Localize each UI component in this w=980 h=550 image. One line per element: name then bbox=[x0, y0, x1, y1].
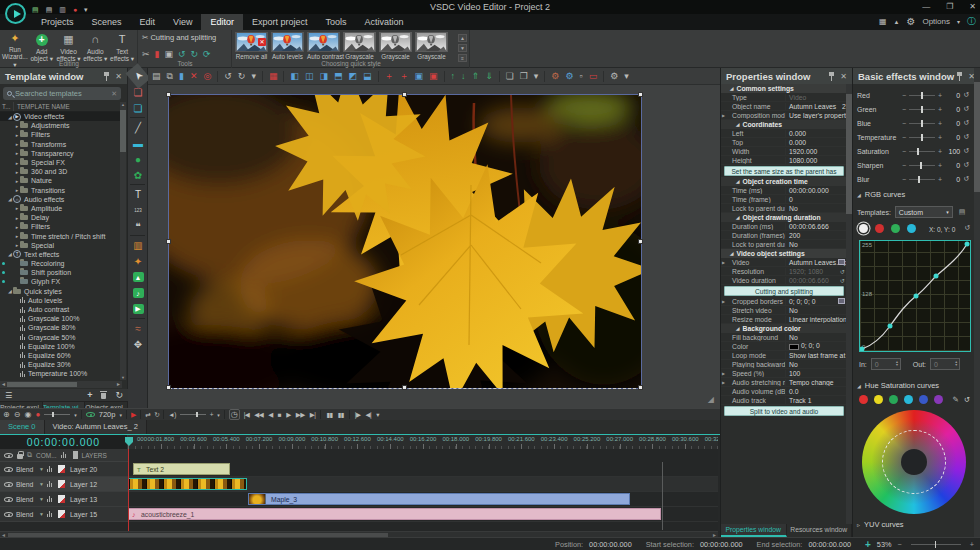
prop-value[interactable]: No bbox=[785, 241, 847, 248]
scroll-right-icon[interactable]: ► bbox=[116, 381, 121, 388]
hue-color-dot[interactable] bbox=[859, 395, 868, 404]
prop-row-width[interactable]: Width1920.000 bbox=[721, 147, 847, 156]
menu-item-scenes[interactable]: Scenes bbox=[83, 14, 131, 30]
slider-minus-icon[interactable]: − bbox=[902, 134, 906, 141]
hue-color-dot[interactable] bbox=[934, 395, 943, 404]
prop-section-object-creation-time[interactable]: ◢Object creation time bbox=[721, 177, 847, 186]
menu-item-activation[interactable]: Activation bbox=[355, 14, 412, 30]
tree-view-icon[interactable]: ☰ bbox=[5, 391, 12, 400]
selection-handle[interactable] bbox=[166, 92, 171, 97]
preview-canvas[interactable] bbox=[169, 95, 641, 388]
template-scrollbar-vertical[interactable]: ▲ ▼ bbox=[120, 102, 126, 380]
slider-minus-icon[interactable]: − bbox=[902, 120, 906, 127]
blend-dropdown-icon[interactable]: ▼ bbox=[39, 481, 44, 487]
set-start-button[interactable]: |▶ bbox=[355, 411, 361, 419]
tree-item-temperature-60[interactable]: Temperature 60% bbox=[0, 378, 121, 380]
jump-start-button[interactable]: |◀ bbox=[244, 411, 250, 419]
tree-item-text-effects[interactable]: ◢TText effects bbox=[0, 250, 121, 259]
prop-value[interactable]: Video bbox=[785, 94, 847, 101]
curve-channel-dot[interactable] bbox=[891, 224, 900, 233]
rgb-curves-section[interactable]: ◢RGB curves bbox=[857, 190, 905, 199]
redo-icon[interactable]: ↻ bbox=[238, 68, 246, 85]
hue-color-dot[interactable] bbox=[874, 395, 883, 404]
prop-row-time-frame[interactable]: Time (frame)0 bbox=[721, 195, 847, 204]
group-column-icon[interactable]: ⧉ bbox=[27, 451, 32, 459]
prop-value[interactable]: Show last frame at the er bbox=[785, 352, 847, 359]
tree-item-temperature-100[interactable]: Temperature 100% bbox=[0, 369, 121, 378]
slider-plus-icon[interactable]: + bbox=[938, 162, 942, 169]
slider-track-temperature[interactable] bbox=[909, 137, 935, 138]
zoom-menu-icon[interactable]: ▾ bbox=[74, 412, 77, 418]
play-cursor-button[interactable]: ▶ bbox=[286, 411, 291, 419]
rgb-curve-graph[interactable]: 255 128 0 bbox=[859, 240, 971, 352]
align-center-icon[interactable]: ◫ bbox=[305, 68, 314, 85]
template-search[interactable]: ✕ bbox=[3, 87, 121, 100]
prop-value[interactable]: 0.000 bbox=[785, 139, 847, 146]
prop-button-split-to-video-and-audio[interactable]: Split to video and audio bbox=[724, 406, 844, 416]
quick-style-remove-all-0[interactable]: ✕Remove all bbox=[235, 32, 268, 60]
snap-grid-icon[interactable]: ▦ bbox=[269, 68, 278, 85]
tree-item-auto-contrast[interactable]: Auto contrast bbox=[0, 305, 121, 314]
layer-color-swatch[interactable] bbox=[58, 495, 65, 503]
clip-maple-3[interactable]: Maple_3 bbox=[248, 493, 630, 505]
prop-row-audio-volume-db[interactable]: Audio volume (dB)0.0 bbox=[721, 387, 847, 396]
menu-item-view[interactable]: View bbox=[164, 14, 201, 30]
blend-mode-select[interactable]: Blend bbox=[16, 466, 36, 473]
slider-reset-icon[interactable]: ↺ bbox=[963, 91, 969, 99]
prop-row-resize-mode[interactable]: Resize modeLinear interpolation bbox=[721, 315, 847, 324]
visibility-icon[interactable] bbox=[4, 497, 13, 502]
tree-item-delay[interactable]: ▸Delay bbox=[0, 213, 121, 222]
selection-bounds-icon[interactable]: ▫ bbox=[580, 68, 583, 85]
prop-value[interactable]: 00:00:06.660 bbox=[785, 277, 847, 284]
prop-row-type[interactable]: TypeVideo bbox=[721, 93, 847, 102]
scene-settings-icon[interactable]: ⚙ bbox=[551, 68, 559, 85]
prop-section-coordinates[interactable]: ◢Coordinates bbox=[721, 120, 847, 129]
blend-mode-select[interactable]: Blend bbox=[16, 511, 36, 518]
movement-tool-icon[interactable]: ✥ bbox=[128, 336, 148, 352]
group-icon[interactable]: ❏ bbox=[506, 68, 514, 85]
pin-icon[interactable] bbox=[956, 72, 963, 81]
slider-reset-icon[interactable]: ↺ bbox=[963, 147, 969, 155]
curve-channel-dot[interactable] bbox=[907, 224, 916, 233]
slider-reset-icon[interactable]: ↺ bbox=[963, 133, 969, 141]
selection-handle[interactable] bbox=[402, 385, 407, 390]
tree-item-transitions[interactable]: ▸Transitions bbox=[0, 186, 121, 195]
delete-object-icon[interactable]: ✕ bbox=[190, 68, 198, 85]
prop-row-lock-to-parent-dura[interactable]: Lock to parent duraNo bbox=[721, 204, 847, 213]
slider-reset-icon[interactable]: ↺ bbox=[963, 175, 969, 183]
align-top-icon[interactable]: ⬒ bbox=[334, 68, 343, 85]
timeline-tab-video-autumn-leaves-2[interactable]: Video: Autumn Leaves_ 2 bbox=[45, 420, 147, 434]
clock-icon[interactable]: ◷ bbox=[229, 409, 240, 420]
prop-row-lock-to-parent-dura[interactable]: Lock to parent duraNo bbox=[721, 240, 847, 249]
slider-plus-icon[interactable]: + bbox=[938, 148, 942, 155]
tree-item-shift-position[interactable]: Shift position bbox=[0, 268, 121, 277]
prop-button-cutting-and-splitting[interactable]: Cutting and splitting bbox=[724, 286, 844, 296]
minimize-button[interactable]: — bbox=[922, 0, 930, 14]
clip-text-2[interactable]: Text 2 bbox=[133, 463, 230, 475]
counter-tool-icon[interactable]: 123 bbox=[128, 202, 148, 218]
prop-value[interactable]: Use layer's properties bbox=[785, 112, 847, 119]
blend-mode-select[interactable]: Blend bbox=[16, 481, 36, 488]
tree-item-special[interactable]: ▸Special bbox=[0, 241, 121, 250]
prop-value[interactable]: 100 bbox=[785, 370, 847, 377]
prop-row-duration-ms[interactable]: Duration (ms)00:00:06.666 bbox=[721, 222, 847, 231]
rewind-button[interactable]: ◀◀ bbox=[254, 411, 263, 419]
slider-plus-icon[interactable]: + bbox=[938, 120, 942, 127]
prop-row-video-duration[interactable]: Video duration00:00:06.660↺ bbox=[721, 276, 847, 285]
track-lane-layer-15[interactable]: acousticbreeze_1 bbox=[128, 507, 718, 522]
ellipse-tool-icon[interactable]: ● bbox=[128, 151, 148, 167]
visibility-icon[interactable] bbox=[4, 512, 13, 517]
close-button[interactable]: ✕ bbox=[969, 0, 976, 14]
timeline-zoom-slider[interactable] bbox=[44, 414, 70, 415]
move-up-icon[interactable]: ↑ bbox=[451, 68, 456, 85]
align-bottom-icon[interactable]: ⬓ bbox=[363, 68, 372, 85]
prop-row-duration-frames[interactable]: Duration (frames)200 bbox=[721, 231, 847, 240]
text-tool-icon[interactable]: T bbox=[128, 186, 148, 202]
chart-tool-icon[interactable]: ▥ bbox=[128, 237, 148, 253]
prop-row-object-name[interactable]: Object nameAutumn Leaves_ 2 bbox=[721, 102, 847, 111]
prop-row-playing-backwards[interactable]: Playing backwardsNo bbox=[721, 360, 847, 369]
track-header-layer-15[interactable]: Blend▼Layer 15 bbox=[0, 507, 128, 522]
quick-style-auto-levels-1[interactable]: Auto levels bbox=[271, 32, 304, 60]
prop-value[interactable]: 00:00:06.666 bbox=[785, 223, 847, 230]
selection-handle[interactable] bbox=[166, 239, 171, 244]
